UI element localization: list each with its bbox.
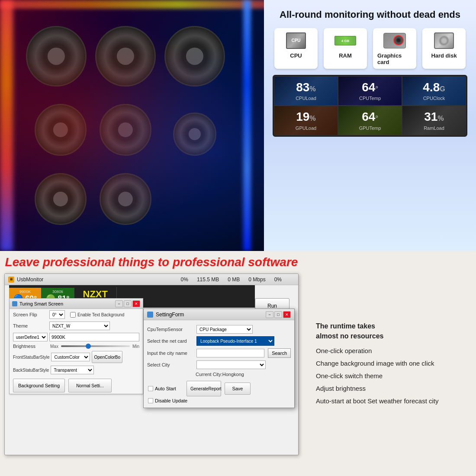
desc-list: One-click operation Change background im… [316, 346, 467, 405]
desc-item-4: Adjust brightness [316, 384, 467, 393]
current-city-text: Current City:Hongkong [196, 372, 244, 377]
fan-blue-overlay [0, 0, 268, 251]
search-button[interactable]: Search [268, 348, 291, 358]
gpu-card-icon [383, 33, 406, 48]
select-city-label: Select City [147, 362, 195, 367]
disk-stat: 0 MB [228, 277, 240, 283]
brightness-row: Brightness Max Min [10, 343, 143, 350]
brightness-slider[interactable] [61, 345, 130, 347]
enable-text-bg-checkbox[interactable] [70, 312, 76, 318]
cpu-temp-sensor-select[interactable]: CPU Package [196, 325, 253, 334]
component-icons-row: CPU 4 GB RAM Graphics card [273, 28, 467, 69]
back-status-label: BackStatuBarStyle [13, 368, 49, 373]
ram-icon-wrapper: 4 GB [333, 32, 357, 50]
app-titlebar: 🖥 UsbMonitor 0% 115.5 MB 0 MB 0 Mbps 0% [5, 274, 298, 285]
gpu-stat: 0% [274, 277, 282, 283]
dialog-title-text: SettingForm [156, 312, 184, 318]
city-input-label: Input the city name [147, 351, 195, 356]
dialog-close[interactable]: ✕ [283, 311, 291, 318]
cpu-model-row: userDefine1 [10, 331, 143, 343]
brightness-label: Brightness [13, 344, 48, 349]
cpu-stat: 0% [181, 277, 188, 283]
app-title-text: UsbMonitor [17, 277, 168, 283]
right-description: The runtime takes almost no resources On… [303, 251, 476, 476]
desc-item-1: One-click operation [316, 346, 467, 355]
user-define-select[interactable]: userDefine1 [13, 333, 48, 341]
maximize-button[interactable]: □ [124, 300, 132, 307]
front-status-label: FrontStatuBarStyle [13, 355, 49, 360]
city-input[interactable] [196, 349, 264, 357]
front-status-bar-row: FrontStatuBarStyle CustomColor OpenColor… [10, 350, 143, 364]
brightness-min: Min [132, 344, 139, 349]
ram-stick-icon: 4 GB [334, 36, 356, 45]
cpu-temp-sensor-label: CpuTempSensor [147, 327, 195, 332]
app-stats-bar: 0% 115.5 MB 0 MB 0 Mbps 0% [168, 277, 295, 283]
ram-label: RAM [339, 52, 352, 59]
back-status-select[interactable]: Transparent [51, 366, 94, 374]
cpu-clock-name: CPUClock [406, 96, 462, 101]
normal-setting-button[interactable]: Normal Setti... [68, 379, 112, 392]
cpu-label: CPU [290, 52, 302, 59]
monitoring-title: All-round monitoring without dead ends [273, 9, 467, 21]
cpu-load-cell: 83% CPULoad [274, 76, 338, 106]
generate-report-button[interactable]: GenerateReport [187, 381, 221, 396]
screen-flip-select[interactable]: 0° [49, 310, 65, 319]
theme-select[interactable]: NZXT_W [49, 322, 110, 330]
save-button[interactable]: Save [225, 383, 251, 395]
enable-text-bg-label: Enable Text Background [77, 312, 124, 317]
city-select[interactable] [196, 360, 266, 369]
hdd-disk-icon [434, 32, 454, 49]
net-card-row: Select the net card Loopback Pseudo-Inte… [144, 335, 294, 347]
top-right-panel: All-round monitoring without dead ends C… [264, 0, 476, 251]
disable-update-checkbox[interactable] [148, 398, 153, 403]
auto-start-row: Auto Start GenerateReport Save [144, 380, 294, 397]
cpu-chip-icon [286, 32, 306, 49]
dialog-titlebar: SettingForm − □ ✕ [144, 309, 294, 320]
current-city-row: Current City:Hongkong [144, 370, 294, 378]
inner-title-icon [12, 301, 17, 306]
close-button[interactable]: ✕ [132, 300, 140, 307]
inner-titlebar: Turing Smart Screen − □ ✕ [10, 299, 143, 309]
background-setting-button[interactable]: Background Setting [13, 379, 65, 392]
slider-thumb[interactable] [86, 344, 91, 349]
pc-background [0, 0, 268, 251]
hdd-icon-wrapper [432, 32, 456, 50]
gpu-load-value: 19% [278, 110, 334, 124]
city-input-row: Input the city name Search [144, 347, 294, 359]
desc-item-2: Change background image with one click [316, 359, 467, 368]
app-window: 🖥 UsbMonitor 0% 115.5 MB 0 MB 0 Mbps 0% … [4, 273, 299, 455]
auto-start-checkbox[interactable] [148, 386, 153, 391]
dialog-minimize[interactable]: − [266, 311, 273, 318]
net-card-select[interactable]: Loopback Pseudo-Interface 1 [196, 336, 274, 346]
cpu-temp-cell: 64° CPUTemp [338, 76, 402, 106]
monitor-label-1: 9900K [19, 289, 31, 294]
cpu-temp-value: 64° [342, 81, 398, 94]
hdd-label: Hard disk [431, 52, 457, 59]
disable-update-label: Disable Update [155, 398, 187, 403]
cpu-load-name: CPULoad [278, 96, 334, 101]
top-section: All-round monitoring without dead ends C… [0, 0, 476, 251]
open-color-button[interactable]: OpenColorBo [92, 351, 122, 363]
mem-stat: 115.5 MB [197, 277, 219, 283]
gpu-icon-wrapper [383, 32, 407, 50]
action-buttons-row: Background Setting Normal Setti... [10, 377, 143, 394]
minimize-button[interactable]: − [115, 300, 123, 307]
dialog-maximize[interactable]: □ [274, 311, 282, 318]
ram-component: 4 GB RAM [324, 28, 367, 69]
cpu-model-input[interactable] [49, 333, 139, 341]
stats-display: 83% CPULoad 64° CPUTemp 4.8G CPUClock [273, 75, 467, 137]
dialog-win-controls: − □ ✕ [266, 311, 291, 318]
ram-load-value: 31% [406, 110, 462, 124]
gpu-load-name: GPULoad [278, 125, 334, 131]
disable-update-row: Disable Update [144, 397, 294, 404]
desc-item-5: Auto-start at boot Set weather forecast … [316, 396, 467, 405]
ram-load-cell: 31% RamLoad [402, 106, 466, 135]
screen-flip-row: Screen Flip 0° Enable Text Background [10, 309, 143, 320]
bottom-section: Leave professional things to professiona… [0, 251, 476, 476]
front-status-select[interactable]: CustomColor [51, 353, 90, 361]
inner-title-text: Turing Smart Screen [19, 301, 63, 306]
monitor-label-2: 3080ti [52, 289, 63, 294]
net-card-label: Select the net card [147, 338, 195, 344]
cpu-temp-name: CPUTemp [342, 96, 398, 101]
net-stat: 0 Mbps [248, 277, 265, 283]
